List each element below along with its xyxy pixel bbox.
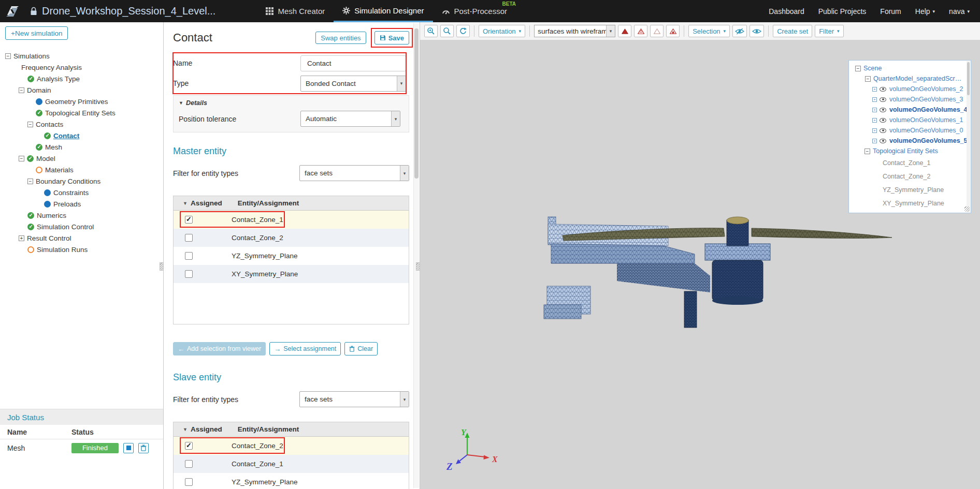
app-logo[interactable] — [0, 0, 25, 22]
drone-model[interactable] — [539, 214, 902, 338]
scene-scrollbar-thumb[interactable] — [967, 62, 970, 95]
table-row[interactable]: YZ_Symmetry_Plane — [174, 247, 409, 265]
expand-icon[interactable]: + — [872, 97, 877, 102]
sidebar-item-simulations[interactable]: −Simulations — [0, 50, 163, 62]
table-row[interactable]: Contact_Zone_2 — [174, 229, 409, 247]
nav-forum[interactable]: Forum — [880, 7, 901, 16]
row-checkbox[interactable] — [185, 478, 193, 486]
show-all-button[interactable] — [750, 25, 764, 37]
row-checkbox[interactable] — [185, 216, 193, 224]
nav-user-menu[interactable]: nava▾ — [949, 7, 970, 16]
visibility-eye-icon[interactable] — [880, 108, 886, 112]
sidebar-item-boundary-conditions[interactable]: −Boundary Conditions — [0, 175, 163, 187]
scene-item-volume-0[interactable]: +volumeOnGeoVolumes_0 — [849, 125, 971, 136]
collapse-icon[interactable]: − — [864, 149, 870, 154]
scene-item-volume-4[interactable]: +volumeOnGeoVolumes_4 — [849, 105, 971, 115]
visibility-eye-icon[interactable] — [880, 87, 886, 92]
select-assignment-button[interactable]: → Select assignment — [269, 342, 341, 355]
master-filter-select[interactable]: face sets ▾ — [299, 165, 409, 181]
mesh-quality-outline-button[interactable] — [650, 25, 664, 37]
selection-dropdown[interactable]: Selection ▾ — [688, 25, 730, 37]
caret-down-icon[interactable]: ▼ — [183, 201, 188, 206]
sidebar-item-analysis-type[interactable]: Analysis Type — [0, 73, 163, 84]
sidebar-item-geometry-primitives[interactable]: Geometry Primitives — [0, 96, 163, 107]
project-title[interactable]: Drone_Workshop_Session_4_Level... — [42, 5, 215, 17]
scene-item-quartermodel[interactable]: −QuarterModel_separatedScr… — [849, 73, 971, 84]
table-row[interactable]: Contact_Zone_2 — [174, 437, 409, 455]
expand-icon[interactable]: + — [872, 108, 877, 112]
table-row[interactable]: YZ_Symmetry_Plane — [174, 473, 409, 489]
nav-public-projects[interactable]: Public Projects — [818, 7, 867, 16]
sidebar-item-topological-entity-sets[interactable]: Topological Entity Sets — [0, 107, 163, 118]
sidebar-item-materials[interactable]: Materials — [0, 164, 163, 175]
sidebar-item-preloads[interactable]: Preloads — [0, 198, 163, 210]
collapse-icon[interactable]: − — [5, 53, 11, 59]
job-stop-button[interactable] — [123, 443, 134, 453]
sidebar-item-mesh[interactable]: Mesh — [0, 141, 163, 153]
sidebar-item-model[interactable]: −Model — [0, 153, 163, 164]
table-row[interactable]: Contact_Zone_1 — [174, 211, 409, 229]
visibility-eye-icon[interactable] — [880, 97, 886, 102]
render-mode-select[interactable]: surfaces with wireframe ▾ — [534, 25, 615, 37]
sidebar-item-numerics[interactable]: Numerics — [0, 210, 163, 221]
job-delete-button[interactable] — [138, 443, 149, 453]
mesh-quality-lines-button[interactable] — [634, 25, 647, 37]
sidebar-item-simulation-runs[interactable]: Simulation Runs — [0, 244, 163, 255]
add-selection-button[interactable]: ← Add selection from viewer — [173, 342, 266, 355]
scene-item-volume-2[interactable]: +volumeOnGeoVolumes_2 — [849, 84, 971, 94]
row-checkbox[interactable] — [185, 442, 193, 450]
scene-item-volume-5[interactable]: +volumeOnGeoVolumes_5 — [849, 136, 971, 146]
row-checkbox[interactable] — [185, 460, 193, 468]
scene-item-contact-zone-2[interactable]: Contact_Zone_2 — [849, 170, 971, 183]
zoom-window-button[interactable] — [440, 25, 454, 37]
filter-dropdown[interactable]: Filter ▾ — [815, 25, 843, 37]
swap-entities-button[interactable]: Swap entities — [315, 32, 366, 44]
expand-icon[interactable]: + — [872, 118, 877, 123]
mesh-quality-solid-button[interactable] — [618, 25, 631, 37]
details-header[interactable]: ▼ Details — [179, 99, 403, 107]
collapse-icon[interactable]: − — [19, 156, 24, 161]
caret-down-icon[interactable]: ▼ — [183, 427, 188, 432]
new-simulation-button[interactable]: +New simulation — [5, 26, 68, 40]
tab-mesh-creator[interactable]: Mesh Creator — [257, 0, 334, 22]
row-checkbox[interactable] — [185, 270, 193, 278]
collapse-icon[interactable]: − — [27, 122, 33, 127]
expand-icon[interactable]: + — [872, 139, 877, 143]
row-checkbox[interactable] — [185, 252, 193, 260]
scene-item-volume-1[interactable]: +volumeOnGeoVolumes_1 — [849, 115, 971, 125]
save-button[interactable]: Save — [374, 31, 409, 45]
panel-collapse-handle[interactable] — [416, 262, 420, 271]
slave-filter-select[interactable]: face sets ▾ — [299, 391, 409, 407]
sidebar-collapse-handle[interactable] — [160, 262, 164, 271]
table-row[interactable]: XY_Symmetry_Plane — [174, 265, 409, 283]
create-set-button[interactable]: Create set — [773, 25, 812, 37]
position-tolerance-select[interactable]: Automatic ▾ — [300, 111, 400, 127]
tab-post-processor[interactable]: BETA Post-Processor — [433, 0, 516, 22]
expand-icon[interactable]: + — [872, 128, 877, 133]
collapse-icon[interactable]: − — [865, 76, 871, 82]
visibility-eye-icon[interactable] — [880, 139, 886, 143]
expand-icon[interactable]: + — [19, 235, 24, 241]
sidebar-item-simulation-control[interactable]: Simulation Control — [0, 221, 163, 232]
scene-item-scene[interactable]: −Scene — [849, 63, 971, 73]
collapse-icon[interactable]: − — [27, 179, 33, 184]
scene-panel-resize-grip[interactable] — [964, 206, 970, 212]
visibility-eye-icon[interactable] — [880, 128, 886, 133]
nav-dashboard[interactable]: Dashboard — [769, 7, 804, 16]
clear-button[interactable]: Clear — [344, 342, 378, 355]
nav-help[interactable]: Help▾ — [915, 7, 935, 16]
sidebar-item-domain[interactable]: −Domain — [0, 84, 163, 96]
name-input[interactable] — [300, 55, 406, 71]
tab-simulation-designer[interactable]: Simulation Designer — [334, 0, 433, 22]
collapse-icon[interactable]: − — [19, 87, 24, 93]
sidebar-item-frequency-analysis[interactable]: Frequency Analysis — [0, 62, 163, 73]
type-select[interactable]: Bonded Contact ▾ — [300, 76, 406, 92]
scene-item-contact-zone-1[interactable]: Contact_Zone_1 — [849, 156, 971, 170]
sidebar-item-constraints[interactable]: Constraints — [0, 187, 163, 198]
reset-view-button[interactable] — [456, 25, 470, 37]
orientation-dropdown[interactable]: Orientation ▾ — [479, 25, 525, 37]
scene-item-topological-entity-sets[interactable]: −Topological Entity Sets — [849, 146, 971, 156]
row-checkbox[interactable] — [185, 234, 193, 242]
visibility-eye-icon[interactable] — [880, 118, 886, 123]
sidebar-item-contacts[interactable]: −Contacts — [0, 118, 163, 130]
